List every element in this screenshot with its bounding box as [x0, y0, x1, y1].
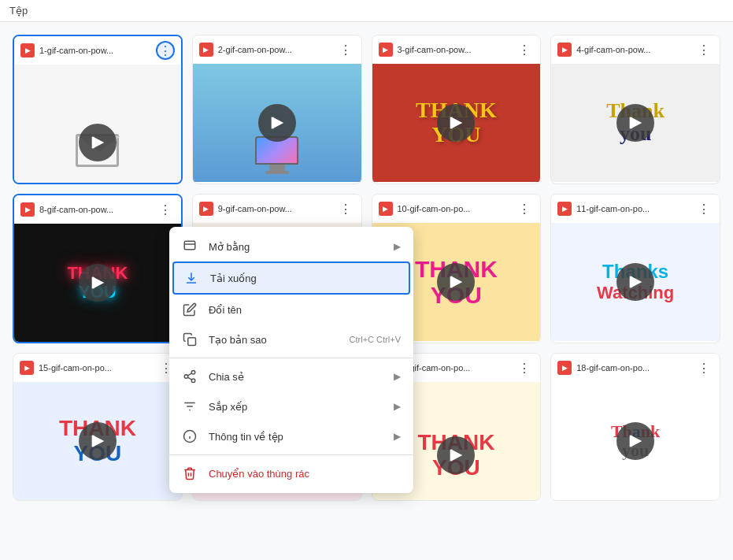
play-overlay-18	[616, 422, 654, 460]
more-btn-1[interactable]: ⋮	[156, 41, 175, 60]
svg-rect-11	[630, 436, 632, 447]
file-card-header-10: ▶ 10-gif-cam-on-po... ⋮	[372, 195, 541, 223]
file-name-9: 9-gif-cam-on-pow...	[218, 204, 331, 213]
more-btn-10[interactable]: ⋮	[515, 199, 534, 218]
svg-rect-4	[92, 277, 94, 289]
more-btn-9[interactable]: ⋮	[336, 199, 355, 218]
more-btn-3[interactable]: ⋮	[515, 40, 534, 59]
more-btn-17[interactable]: ⋮	[515, 358, 534, 377]
svg-point-15	[184, 375, 188, 379]
more-btn-4[interactable]: ⋮	[694, 40, 713, 59]
file-type-icon-18: ▶	[557, 361, 572, 375]
file-name-10: 10-gif-cam-on-po...	[398, 204, 511, 213]
file-type-icon-8: ▶	[20, 202, 35, 217]
thumb-2	[193, 64, 361, 182]
menu-item-download[interactable]: Tải xuống	[172, 261, 410, 295]
menu-info-label: Thông tin về tệp	[209, 431, 383, 443]
rename-icon	[182, 302, 198, 317]
file-name-8: 8-gif-cam-on-pow...	[39, 205, 151, 214]
context-menu: Mở bằng ▶ Tải xuống Đổi tên Tạo bản sao …	[169, 227, 413, 493]
thumb-15: THANK YOU	[13, 382, 182, 500]
menu-item-info[interactable]: Thông tin về tệp ▶	[169, 421, 413, 451]
svg-rect-12	[184, 241, 195, 250]
svg-rect-6	[450, 276, 453, 288]
thumb-3: THANKYOU	[372, 64, 541, 182]
play-overlay-4	[616, 104, 654, 142]
file-type-icon-1: ▶	[20, 43, 35, 57]
file-card-header-4: ▶ 4-gif-cam-on-pow... ⋮	[551, 35, 720, 64]
menu-sort-label: Sắp xếp	[209, 401, 383, 413]
file-card-8[interactable]: ▶ 8-gif-cam-on-pow... ⋮ THANKYOU	[13, 194, 183, 343]
file-card-header-3: ▶ 3-gif-cam-on-pow... ⋮	[372, 35, 541, 64]
file-name-15: 15-gif-cam-on-po...	[39, 363, 152, 373]
file-type-icon-3: ▶	[379, 43, 393, 57]
menu-item-share[interactable]: Chia sẻ ▶	[169, 362, 413, 391]
svg-rect-10	[450, 450, 453, 462]
share-icon	[182, 369, 198, 384]
file-name-18: 18-gif-cam-on-po...	[576, 363, 690, 373]
sort-arrow-icon: ▶	[394, 401, 401, 412]
file-card-11[interactable]: ▶ 11-gif-cam-on-po... ⋮ Thanks Watching	[550, 194, 720, 343]
menu-open-label: Mở bằng	[209, 241, 383, 253]
file-name-4: 4-gif-cam-on-pow...	[576, 45, 690, 54]
info-arrow-icon: ▶	[394, 431, 401, 442]
more-btn-2[interactable]: ⋮	[336, 40, 355, 59]
file-name-3: 3-gif-cam-on-pow...	[398, 45, 511, 54]
thumb-1	[14, 65, 181, 183]
svg-rect-8	[92, 436, 94, 447]
more-btn-8[interactable]: ⋮	[156, 200, 175, 219]
file-card-15[interactable]: ▶ 15-gif-cam-on-po... ⋮ THANK YOU	[13, 353, 183, 501]
file-card-2[interactable]: ▶ 2-gif-cam-on-pow... ⋮	[192, 35, 362, 184]
svg-rect-2	[450, 117, 453, 129]
monitor-icon-2	[255, 136, 298, 174]
open-arrow-icon: ▶	[394, 241, 401, 252]
menu-copy-label: Tạo bản sao	[209, 334, 339, 346]
share-arrow-icon: ▶	[394, 371, 401, 382]
more-btn-11[interactable]: ⋮	[694, 199, 713, 218]
svg-rect-3	[630, 117, 632, 129]
monitor-base-2	[265, 171, 289, 174]
file-name-1: 1-gif-cam-on-pow...	[39, 46, 151, 55]
menu-item-trash[interactable]: Chuyển vào thùng rác	[169, 458, 413, 488]
file-name-2: 2-gif-cam-on-pow...	[218, 45, 331, 54]
info-icon	[182, 428, 198, 444]
file-card-18[interactable]: ▶ 18-gif-cam-on-po... ⋮ Thank you	[550, 353, 720, 501]
download-icon	[183, 270, 199, 286]
menu-item-open[interactable]: Mở bằng ▶	[169, 232, 413, 261]
file-card-3[interactable]: ▶ 3-gif-cam-on-pow... ⋮ THANKYOU	[372, 35, 542, 184]
menu-file[interactable]: Tệp	[9, 5, 28, 17]
menu-divider-2	[169, 454, 413, 455]
play-overlay-1	[79, 124, 117, 161]
file-card-header-11: ▶ 11-gif-cam-on-po... ⋮	[551, 195, 720, 223]
file-card-1[interactable]: ▶ 1-gif-cam-on-pow... ⋮	[13, 35, 183, 184]
file-grid: ▶ 1-gif-cam-on-pow... ⋮ ▶ 2-gif-cam-on-p…	[0, 22, 733, 514]
thumb-8: THANKYOU	[14, 224, 181, 342]
menu-divider-1	[169, 358, 413, 358]
play-overlay-15	[79, 422, 117, 460]
file-name-17: 17-gif-cam-on-po...	[398, 363, 511, 373]
more-btn-18[interactable]: ⋮	[694, 358, 713, 377]
file-card-header-9: ▶ 9-gif-cam-on-pow... ⋮	[193, 195, 361, 223]
thumb-4: Thankyou	[551, 64, 720, 182]
file-type-icon-9: ▶	[199, 202, 213, 216]
file-card-4[interactable]: ▶ 4-gif-cam-on-pow... ⋮ Thankyou	[550, 35, 720, 184]
menu-item-sort[interactable]: Sắp xếp ▶	[169, 391, 413, 421]
monitor-stand-2	[269, 165, 285, 171]
menu-item-rename[interactable]: Đổi tên	[169, 295, 413, 325]
file-type-icon-15: ▶	[20, 361, 34, 375]
file-type-icon-10: ▶	[379, 202, 393, 216]
file-card-header-15: ▶ 15-gif-cam-on-po... ⋮	[13, 354, 182, 382]
file-type-icon-2: ▶	[199, 43, 213, 57]
menu-share-label: Chia sẻ	[209, 371, 383, 383]
file-type-icon-11: ▶	[557, 202, 572, 216]
file-name-11: 11-gif-cam-on-po...	[576, 204, 690, 213]
file-card-header-18: ▶ 18-gif-cam-on-po... ⋮	[551, 354, 720, 382]
svg-rect-0	[92, 137, 94, 149]
file-type-icon-4: ▶	[557, 43, 572, 57]
file-card-header-2: ▶ 2-gif-cam-on-pow... ⋮	[193, 35, 361, 64]
menu-item-copy[interactable]: Tạo bản sao Ctrl+C Ctrl+V	[169, 325, 413, 354]
trash-icon	[182, 465, 198, 481]
svg-rect-13	[188, 338, 196, 346]
play-overlay-2	[258, 104, 296, 142]
thumb-18: Thank you	[551, 382, 720, 500]
